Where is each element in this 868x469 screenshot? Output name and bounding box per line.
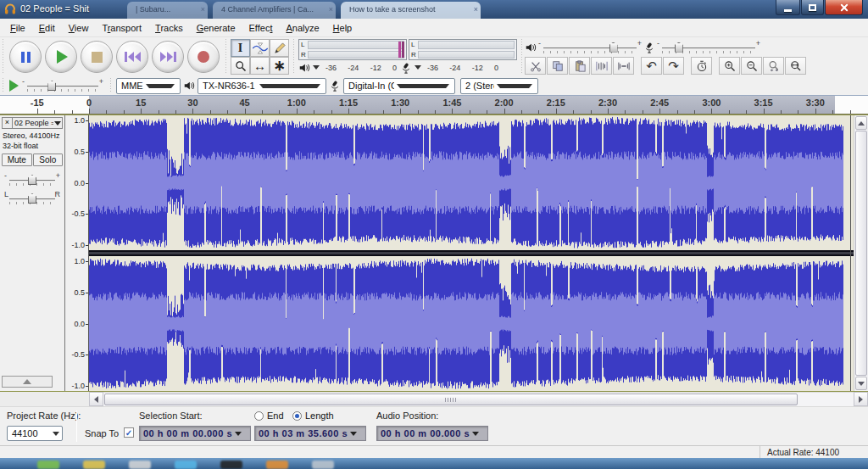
vertical-scroll-thumb[interactable] [855,131,867,376]
taskbar-item[interactable] [129,461,151,469]
toolbar-gripper[interactable] [1,78,5,93]
background-tab[interactable]: 4 Channel Amplifiers | Ca...× [213,2,336,19]
scroll-right-button[interactable] [854,392,868,406]
menu-item-file[interactable]: File [3,20,32,36]
end-radio[interactable]: End [254,410,284,421]
snap-to-checkbox[interactable]: ✓ [124,427,134,438]
skip-to-end-button[interactable] [152,41,184,73]
copy-button[interactable] [547,57,568,75]
track-collapse-button[interactable] [2,376,53,388]
output-volume-thumb[interactable] [609,42,618,53]
recording-channels-select[interactable]: 2 (Stereo) Input C [460,78,538,94]
play-speed-thumb[interactable] [47,81,56,91]
timeline-ruler[interactable]: -1501530451:001:151:301:452:002:152:302:… [0,96,868,114]
play-button[interactable] [45,41,77,73]
toolbar-gripper[interactable] [520,39,524,75]
length-radio[interactable]: Length [292,410,334,421]
horizontal-scrollbar[interactable] [0,392,868,406]
menu-item-tracks[interactable]: Tracks [148,20,190,36]
input-volume-thumb[interactable] [675,42,683,53]
selection-tool-button[interactable]: I [231,39,250,57]
project-rate-select[interactable]: 44100 [7,426,63,441]
gain-slider[interactable]: - + [4,172,60,187]
menu-item-edit[interactable]: Edit [32,20,62,36]
multi-tool-button[interactable]: ∗ [270,57,289,75]
vertical-scrollbar[interactable] [854,115,868,391]
close-button[interactable] [825,0,863,15]
background-tab[interactable]: | Subaru...× [127,2,208,19]
taskbar-item[interactable] [83,461,105,469]
toolbar-gripper[interactable] [292,39,296,75]
zoom-out-button[interactable] [741,57,762,75]
envelope-tool-button[interactable] [250,39,270,57]
record-button[interactable] [187,41,220,73]
selection-start-field[interactable]: 00 h 00 m 00.000 s [139,426,251,441]
taskbar-item[interactable] [266,461,288,469]
audacity-logo-icon [3,3,17,16]
taskbar-item[interactable] [175,461,197,469]
menu-item-analyze[interactable]: Analyze [279,20,326,36]
gain-thumb[interactable] [28,175,36,185]
menu-item-view[interactable]: View [62,20,96,36]
taskbar-item[interactable] [220,461,242,469]
taskbar-item[interactable] [37,461,59,469]
waveform-display[interactable] [89,115,854,391]
title-bar[interactable]: 02 People = Shit | Subaru...×4 Channel A… [0,0,868,19]
toolbar-gripper[interactable] [1,39,5,75]
playback-device-select[interactable]: TX-NR636-1 (NVIDIA High Defi [198,78,326,94]
sync-lock-button[interactable] [691,57,712,75]
ruler-tick [72,110,73,114]
fit-selection-icon [767,60,781,72]
pan-slider[interactable]: L R [4,191,60,206]
background-tab[interactable]: How to take a screenshot× [341,2,481,19]
draw-tool-button[interactable] [270,39,289,57]
mute-button[interactable]: Mute [2,154,32,166]
zoom-in-button[interactable] [719,57,740,75]
output-volume-slider[interactable]: - + [538,40,642,55]
minimize-button[interactable] [776,0,800,15]
menu-item-help[interactable]: Help [326,20,359,36]
selection-length-field[interactable]: 00 h 03 m 35.600 s [254,426,366,441]
play-at-speed-button[interactable] [9,80,19,92]
time-shift-tool-button[interactable]: ↔ [250,57,270,75]
paste-button[interactable] [569,57,590,75]
meter-dropdown-arrow[interactable] [313,65,320,70]
playback-meter[interactable]: L R [298,39,407,60]
redo-button[interactable]: ↷ [663,57,684,75]
cut-button[interactable] [525,57,546,75]
recording-meter[interactable]: L R [409,39,517,60]
toolbar-gripper[interactable] [224,39,228,75]
pause-button[interactable] [9,41,42,73]
track-menu-arrow-icon[interactable] [54,121,61,126]
audio-position-field[interactable]: 00 h 00 m 00.000 s [376,426,488,441]
toolbar-gripper[interactable] [108,78,113,93]
fit-project-button[interactable] [785,57,806,75]
scroll-down-button[interactable] [855,377,867,390]
pan-thumb[interactable] [28,193,36,204]
maximize-button[interactable] [801,0,824,15]
zoom-tool-button[interactable] [231,57,250,75]
track-close-button[interactable]: × [3,118,13,128]
trim-audio-button[interactable] [591,57,612,75]
minimize-icon [784,9,792,12]
vertical-ruler[interactable]: 1.00.50.0-0.5-1.01.00.50.0-0.5-1.0 [65,115,89,391]
audio-host-select[interactable]: MME [116,78,181,94]
horizontal-scroll-thumb[interactable] [104,394,798,405]
recording-device-select[interactable]: Digital-In (Creative SB X-Fi) [343,78,455,94]
meter-dropdown-arrow[interactable] [415,65,421,70]
silence-audio-button[interactable] [613,57,634,75]
play-speed-slider[interactable]: - + [22,78,103,93]
menu-item-generate[interactable]: Generate [190,20,242,36]
stop-button[interactable] [81,41,113,73]
taskbar-item[interactable] [312,461,334,469]
windows-taskbar[interactable] [0,458,868,469]
skip-to-start-button[interactable] [116,41,148,73]
scroll-up-button[interactable] [855,116,867,130]
scroll-left-button[interactable] [89,392,103,406]
undo-button[interactable]: ↶ [641,57,662,75]
fit-selection-button[interactable] [763,57,784,75]
menu-item-effect[interactable]: Effect [242,20,280,36]
menu-item-transport[interactable]: Transport [95,20,148,36]
input-volume-slider[interactable]: - + [657,40,760,55]
solo-button[interactable]: Solo [33,154,64,166]
